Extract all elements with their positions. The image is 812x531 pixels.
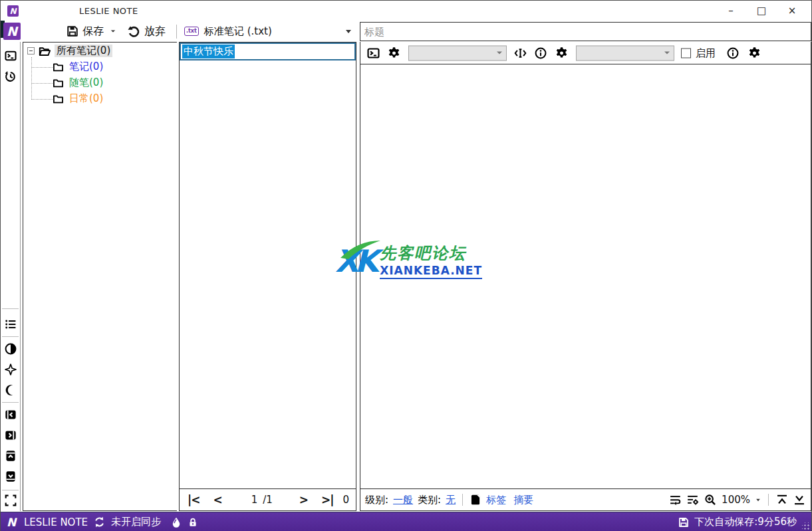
tree-connector: [31, 57, 32, 100]
tree-item-notes[interactable]: 笔记(0): [53, 60, 105, 73]
lock-icon[interactable]: [188, 517, 198, 528]
first-page-button[interactable]: |<: [184, 493, 203, 506]
plugin-dropdown-1[interactable]: [408, 45, 507, 60]
tree-item-label[interactable]: 笔记(0): [67, 60, 105, 73]
terminal-icon[interactable]: [367, 47, 380, 59]
sync-status-text[interactable]: 未开启同步: [111, 516, 161, 528]
tree-item-label[interactable]: 日常(0): [67, 92, 105, 105]
summary-link[interactable]: 摘要: [513, 494, 533, 506]
note-title-input[interactable]: [360, 22, 811, 41]
folder-icon: [53, 93, 64, 104]
tree-item-daily[interactable]: 日常(0): [53, 92, 105, 105]
meta-divider: [768, 494, 769, 506]
history-icon[interactable]: [5, 70, 17, 82]
terminal-icon[interactable]: [5, 50, 17, 62]
level-value-link[interactable]: 一般: [393, 494, 413, 506]
tree-expander-icon[interactable]: [27, 47, 35, 54]
discard-button[interactable]: 放弃: [125, 23, 168, 40]
gear-icon[interactable]: [748, 47, 761, 59]
gear-icon[interactable]: [388, 47, 400, 59]
open-folder-icon: [38, 45, 51, 57]
zoom-level[interactable]: 100%: [722, 494, 750, 506]
wrap-settings-icon[interactable]: [687, 494, 699, 506]
info-icon[interactable]: [727, 47, 739, 59]
tree-item-label[interactable]: 所有笔记(0): [55, 45, 112, 57]
droplet-icon[interactable]: [171, 517, 182, 528]
scroll-to-top-icon[interactable]: [776, 494, 788, 506]
scroll-to-bottom-icon[interactable]: [793, 494, 805, 506]
meta-divider: [462, 494, 463, 506]
selected-note-title[interactable]: 中秋节快乐: [182, 45, 235, 58]
save-button[interactable]: 保存: [64, 23, 106, 40]
prev-page-button[interactable]: <: [209, 493, 225, 506]
save-dropdown-caret-icon[interactable]: [111, 30, 115, 32]
undo-icon: [128, 25, 140, 38]
note-type-caret-icon[interactable]: [346, 30, 351, 33]
autosave-countdown: 下次自动保存:9分56秒: [694, 516, 797, 528]
collapse-bottom-panel-icon[interactable]: [5, 471, 17, 482]
meta-bar: 级别: 一般 类别: 无 标签 摘要 100%: [360, 489, 811, 511]
tree-item-essays[interactable]: 随笔(0): [53, 76, 105, 89]
app-logo: N: [3, 23, 21, 40]
note-type-select[interactable]: .txt 标准笔记 (.txt): [179, 21, 356, 42]
folder-tree-panel: 所有笔记(0) 笔记(0) 随笔(0) 日常(0): [23, 42, 178, 511]
minimize-button[interactable]: –: [716, 1, 746, 21]
bookmark-icon[interactable]: [470, 494, 481, 506]
main-toolbar: 保存 放弃: [64, 21, 168, 42]
level-label: 级别:: [365, 494, 388, 506]
note-list-panel[interactable]: 中秋节快乐: [179, 42, 356, 489]
note-rename-input[interactable]: 中秋节快乐: [180, 43, 356, 60]
pagination-bar: |< < 1 /1 > >| 0: [179, 489, 356, 511]
txt-file-icon: .txt: [184, 27, 199, 36]
current-page: 1: [251, 494, 258, 506]
title-bar[interactable]: N LESLIE NOTE – □ ×: [1, 1, 811, 21]
dark-mode-moon-icon[interactable]: [5, 384, 17, 396]
contrast-icon[interactable]: [5, 343, 17, 355]
chevron-down-icon: [497, 52, 502, 54]
total-pages: /1: [263, 494, 273, 506]
word-wrap-icon[interactable]: [670, 494, 682, 506]
zoom-in-icon[interactable]: [704, 494, 716, 506]
resize-grip[interactable]: [802, 522, 810, 530]
gear-icon[interactable]: [555, 47, 568, 59]
collapse-right-panel-icon[interactable]: [5, 429, 17, 441]
pin-star-icon[interactable]: [5, 364, 17, 375]
splitter-right[interactable]: [357, 42, 359, 511]
close-button[interactable]: ×: [777, 1, 807, 21]
info-icon[interactable]: [535, 47, 547, 59]
text-cursor-icon[interactable]: [514, 47, 527, 59]
tree-connector: [31, 99, 53, 100]
app-icon[interactable]: N: [7, 5, 19, 17]
folder-icon: [53, 77, 64, 88]
window-title: LESLIE NOTE: [79, 6, 138, 16]
next-page-button[interactable]: >: [295, 493, 312, 506]
tags-link[interactable]: 标签: [486, 494, 506, 506]
sidebar-divider: [2, 308, 19, 309]
maximize-button[interactable]: □: [746, 1, 777, 21]
statusbar-app-icon: N: [5, 516, 18, 529]
fullscreen-icon[interactable]: [5, 494, 17, 506]
zoom-caret-icon[interactable]: [756, 498, 760, 501]
tree-connector: [31, 83, 53, 84]
plugin-dropdown-2[interactable]: [576, 45, 674, 60]
editor-toolbar: 启用: [360, 42, 811, 64]
list-view-icon[interactable]: [5, 318, 17, 330]
note-editor-area[interactable]: [360, 64, 811, 489]
last-page-button[interactable]: >|: [317, 493, 337, 506]
sync-icon[interactable]: [94, 516, 105, 528]
sidebar-divider: [2, 336, 19, 337]
status-bar: N LESLIE NOTE 未开启同步 下次自动保存:9分56秒: [1, 512, 811, 531]
category-value-link[interactable]: 无: [446, 494, 456, 506]
enable-label: 启用: [696, 47, 716, 59]
enable-checkbox[interactable]: [681, 48, 691, 58]
tree-item-all-notes[interactable]: 所有笔记(0): [27, 45, 112, 57]
note-count: 0: [342, 494, 349, 506]
collapse-top-panel-icon[interactable]: [5, 450, 17, 462]
tree-item-label[interactable]: 随笔(0): [67, 76, 105, 89]
sidebar-divider: [2, 490, 19, 490]
collapse-left-panel-icon[interactable]: [5, 409, 17, 421]
folder-icon: [53, 61, 64, 72]
note-type-label: 标准笔记 (.txt): [204, 25, 340, 38]
sidebar-divider: [2, 402, 19, 403]
statusbar-app-name: LESLIE NOTE: [24, 516, 88, 528]
